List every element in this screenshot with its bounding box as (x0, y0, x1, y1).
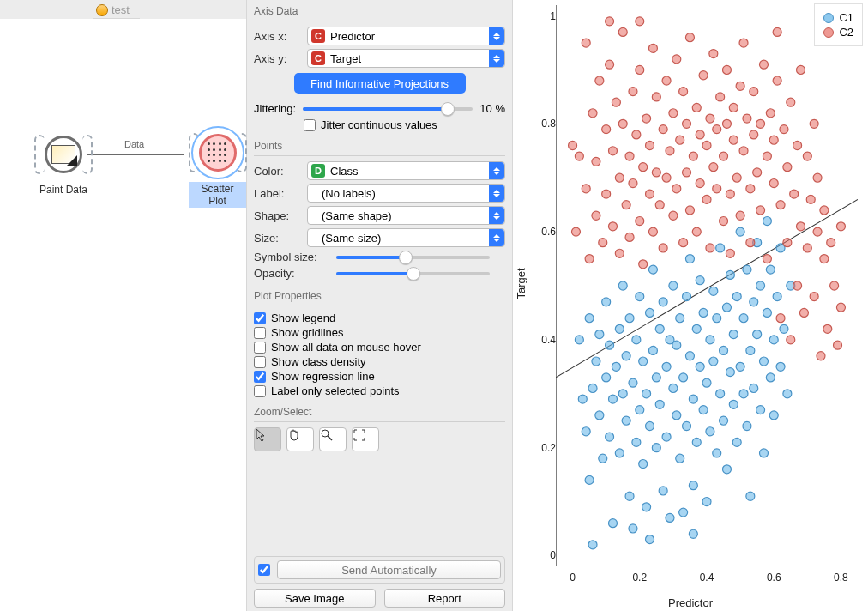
svg-point-236 (780, 125, 788, 134)
scatter-plot[interactable]: Target Predictor 00.20.40.60.81 00.20.40… (513, 0, 868, 611)
show-legend-checkbox[interactable] (254, 312, 266, 324)
svg-point-152 (612, 98, 620, 106)
legend[interactable]: C1 C2 (814, 3, 863, 46)
svg-point-93 (716, 390, 725, 398)
svg-point-53 (648, 346, 657, 354)
axis-y-label: Axis y: (254, 52, 300, 65)
chevron-updown-icon (489, 50, 504, 67)
svg-point-62 (662, 433, 671, 441)
svg-point-133 (588, 541, 597, 549)
node-paint-data[interactable]: Paint Data (39, 130, 87, 196)
svg-point-49 (642, 390, 651, 398)
tab-test[interactable]: test (93, 0, 140, 19)
legend-item-c2[interactable]: C2 (823, 26, 853, 39)
label-combo[interactable]: (No labels) (307, 184, 505, 203)
svg-point-119 (759, 357, 768, 366)
edge-data[interactable] (86, 154, 184, 155)
x-axis: 00.20.40.60.8 (556, 568, 858, 594)
settings-panel: Axis Data Axis x: C Predictor Axis y: C … (247, 0, 513, 611)
shape-combo[interactable]: (Same shape) (307, 206, 505, 225)
node-scatter-plot[interactable]: Scatter Plot (189, 129, 246, 208)
symbol-size-slider[interactable] (336, 256, 490, 259)
show-density-checkbox[interactable] (254, 356, 266, 368)
y-axis: 00.20.40.60.81 (530, 5, 556, 566)
svg-point-160 (629, 88, 637, 96)
svg-point-123 (766, 373, 775, 382)
svg-point-109 (743, 421, 751, 430)
discrete-icon: D (311, 164, 325, 178)
svg-point-40 (625, 314, 634, 323)
fit-tool-button[interactable] (352, 427, 379, 451)
svg-point-165 (639, 163, 648, 172)
report-button[interactable]: Report (384, 589, 506, 608)
svg-point-78 (689, 481, 697, 490)
opacity-slider[interactable] (336, 272, 490, 275)
svg-point-118 (756, 281, 765, 290)
svg-point-149 (606, 60, 614, 69)
svg-point-171 (648, 227, 657, 236)
show-gridlines-checkbox[interactable] (254, 327, 266, 339)
zoom-tool-button[interactable] (319, 427, 347, 451)
svg-point-56 (652, 373, 660, 382)
svg-point-82 (696, 276, 704, 285)
svg-point-251 (810, 293, 818, 301)
label-selected-label: Label only selected points (271, 384, 400, 397)
svg-point-202 (709, 50, 718, 58)
svg-point-107 (739, 390, 748, 398)
svg-point-216 (736, 211, 744, 220)
svg-point-231 (769, 178, 778, 187)
svg-point-250 (810, 119, 818, 128)
save-image-button[interactable]: Save Image (254, 589, 376, 608)
svg-point-29 (606, 341, 614, 349)
svg-point-232 (769, 136, 778, 144)
send-auto-button[interactable]: Send Automatically (277, 560, 501, 579)
show-regression-checkbox[interactable] (254, 371, 266, 383)
svg-point-188 (683, 119, 691, 128)
arrow-tool-button[interactable] (254, 427, 281, 451)
axis-x-combo[interactable]: C Predictor (307, 27, 505, 45)
svg-point-253 (813, 173, 822, 182)
chevron-updown-icon (489, 27, 504, 45)
svg-point-48 (639, 357, 648, 366)
zoom-select-title: Zoom/Select (254, 406, 505, 418)
svg-point-194 (696, 130, 704, 139)
show-hover-checkbox[interactable] (254, 342, 266, 354)
svg-point-237 (783, 163, 792, 172)
svg-point-233 (773, 76, 781, 85)
svg-point-102 (729, 330, 738, 339)
legend-swatch-c2 (823, 27, 834, 38)
shape-value: (Same shape) (322, 209, 392, 222)
svg-point-88 (706, 427, 714, 436)
axis-y-combo[interactable]: C Target (307, 49, 505, 68)
svg-point-136 (569, 141, 577, 149)
y-tick: 0 (530, 549, 556, 561)
svg-point-41 (629, 378, 637, 387)
color-combo[interactable]: DClass (307, 161, 505, 180)
svg-point-106 (736, 227, 744, 236)
svg-point-263 (636, 17, 644, 26)
color-label: Color: (254, 165, 300, 178)
size-combo[interactable]: (Same size) (307, 228, 505, 247)
svg-point-155 (618, 119, 627, 128)
label-selected-checkbox[interactable] (254, 385, 266, 397)
svg-point-114 (750, 384, 758, 392)
svg-point-150 (608, 222, 617, 231)
svg-point-189 (685, 206, 694, 215)
y-tick: 0.6 (530, 226, 556, 238)
svg-point-70 (676, 314, 684, 323)
jitter-slider[interactable] (303, 107, 473, 111)
svg-point-229 (763, 255, 771, 263)
svg-point-24 (595, 330, 604, 339)
jitter-continuous-checkbox[interactable] (304, 119, 316, 131)
plot-area[interactable] (556, 5, 858, 566)
send-auto-checkbox[interactable] (258, 564, 270, 576)
svg-point-95 (720, 416, 728, 425)
pan-tool-button[interactable] (286, 427, 314, 451)
svg-point-19 (585, 314, 594, 323)
legend-label-c1: C1 (839, 11, 853, 24)
find-projections-button[interactable]: Find Informative Projections (294, 73, 466, 94)
svg-point-141 (585, 255, 594, 263)
svg-point-209 (722, 65, 731, 74)
legend-item-c1[interactable]: C1 (823, 11, 853, 24)
svg-point-193 (692, 227, 701, 236)
